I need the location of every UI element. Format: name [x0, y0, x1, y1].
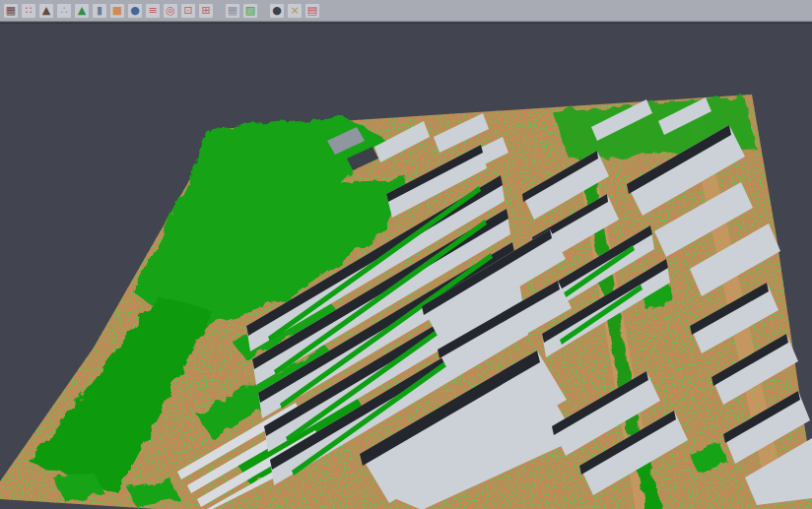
toolbar: ▦∷▲∴▲▮■●≡◎⊡⊞▦▨●×▤: [0, 0, 812, 22]
toolbar-separator: [215, 3, 224, 19]
viewport: [0, 23, 812, 509]
target-circle-icon[interactable]: ◎: [163, 3, 178, 19]
profile-bar-icon[interactable]: ▮: [92, 3, 107, 19]
layers-list-icon[interactable]: ≡: [145, 3, 161, 19]
globe-icon[interactable]: ●: [127, 3, 143, 19]
ortho-tile-icon[interactable]: ■: [109, 3, 125, 19]
fit-extent-icon[interactable]: ⊡: [180, 3, 196, 19]
scatter-points-icon[interactable]: ∷: [21, 3, 36, 19]
classification-colors-icon[interactable]: ▨: [242, 3, 258, 19]
sparse-points-icon[interactable]: ∴: [56, 3, 72, 19]
selection-frame-icon[interactable]: ⊞: [198, 3, 214, 19]
histogram-icon[interactable]: ▦: [3, 3, 19, 19]
dark-terrain-icon[interactable]: ▲: [38, 3, 54, 19]
scene-svg[interactable]: [0, 24, 812, 509]
measure-bars-icon[interactable]: ▤: [304, 3, 320, 19]
toolbar-separator: [259, 3, 268, 19]
dark-sphere-icon[interactable]: ●: [269, 3, 285, 19]
checker-grid-icon[interactable]: ▦: [225, 3, 240, 19]
green-terrain-icon[interactable]: ▲: [74, 3, 90, 19]
clip-cross-icon[interactable]: ×: [287, 3, 303, 19]
point-cloud-scene: [0, 95, 812, 509]
